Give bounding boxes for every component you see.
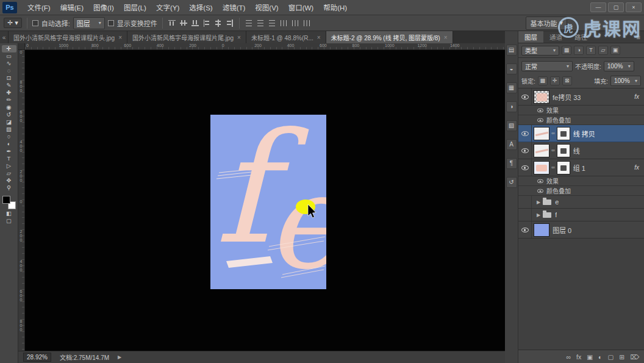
mask-link-icon[interactable]: ∞ [551,131,555,136]
document-tab-2[interactable]: 国外小清新风格字母海报课程片尾.jpg × [127,31,246,43]
blur-tool[interactable]: ○ [2,133,16,140]
tab-close-icon[interactable]: × [118,34,122,41]
history-panel-icon[interactable]: ↺ [506,177,517,188]
distribute-horizontal-centers-icon[interactable] [291,19,299,27]
color-panel-icon[interactable]: ◒ [506,63,517,74]
zoom-level-field[interactable]: 28.92% [23,353,51,362]
move-tool[interactable]: ✛ [2,45,16,52]
status-flyout-icon[interactable]: ▶ [118,354,121,360]
layer-thumbnail[interactable] [534,144,549,157]
layer-style-badge[interactable]: fx [634,93,639,100]
blend-mode-dropdown[interactable]: 正常 ▾ [521,61,573,71]
eraser-tool[interactable]: ◪ [2,118,16,126]
distribute-left-edges-icon[interactable] [279,19,288,27]
eyedropper-tool[interactable]: ✎ [2,82,16,89]
horizontal-ruler[interactable]: 0 1000 800 600 400 200 0 200 400 600 800… [25,43,505,50]
distribute-right-edges-icon[interactable] [302,19,311,27]
dodge-tool[interactable]: ◐ [2,140,16,148]
auto-select-target-dropdown[interactable]: 图层 ▾ [73,17,105,29]
lock-transparent-pixels-icon[interactable]: ▩ [538,76,548,85]
lock-position-icon[interactable]: ✛ [550,76,560,85]
workspace-switcher[interactable]: 基本功能 ▾ [526,16,567,30]
visibility-toggle[interactable] [518,221,532,238]
current-tool-preset[interactable]: ✛ ▾ [4,18,22,28]
layer-row-layer-0[interactable]: 图层 0 [518,221,644,239]
crop-tool[interactable]: ⊡ [2,74,16,82]
panel-menu-icon[interactable]: ≡ [633,31,644,43]
vertical-ruler[interactable]: 0 800 600 400 200 0 200 400 600 800 [18,50,25,351]
maximize-button[interactable]: ▢ [608,2,624,12]
healing-brush-tool[interactable]: ✚ [2,89,16,96]
new-adjustment-layer-icon[interactable]: ◐ [598,353,602,361]
menu-file[interactable]: 文件(F) [23,1,55,14]
align-horizontal-centers-icon[interactable] [214,19,223,27]
document-tab-3[interactable]: 未标题-1 @ 48.8%(R... × [246,31,326,43]
tab-close-icon[interactable]: × [317,34,321,41]
group-row-e[interactable]: ▶ e [518,196,644,209]
visibility-toggle[interactable] [518,142,532,159]
marquee-tool[interactable]: ▭ [2,52,16,60]
effect-item-row[interactable]: 颜色叠加 [518,186,644,196]
menu-select[interactable]: 选择(S) [185,1,216,14]
layer-name[interactable]: 图层 0 [553,225,571,235]
history-brush-tool[interactable]: ↺ [2,111,16,118]
align-bottom-edges-icon[interactable] [191,19,199,27]
zoom-tool[interactable]: ⚲ [2,184,16,192]
layer-style-icon[interactable]: fx [576,353,581,361]
layer-name[interactable]: fe拷贝 33 [553,92,581,102]
visibility-toggle-off[interactable] [518,196,532,208]
type-tool[interactable]: T [2,155,16,162]
visibility-toggle[interactable] [518,88,532,105]
minimize-button[interactable]: — [590,2,606,12]
layer-name[interactable]: 线 [573,146,580,156]
menu-help[interactable]: 帮助(H) [319,1,351,14]
layer-thumbnail[interactable] [534,161,549,174]
group-expand-icon[interactable]: ▶ [537,212,540,218]
layer-thumbnail[interactable] [534,127,549,140]
filter-smart-objects-icon[interactable]: ▣ [610,46,620,55]
visibility-toggle[interactable] [518,125,532,142]
histogram-panel-icon[interactable]: ▤ [506,45,517,56]
align-right-edges-icon[interactable] [226,19,234,27]
group-name[interactable]: e [555,198,559,206]
align-left-edges-icon[interactable] [202,19,211,27]
quick-mask-button[interactable]: ◧ [2,210,16,217]
brush-tool[interactable]: ✏ [2,96,16,104]
effects-header-row[interactable]: 效果 [518,176,644,186]
gradient-tool[interactable]: ▨ [2,126,16,133]
filter-type-layers-icon[interactable]: T [586,46,596,55]
add-layer-mask-icon[interactable]: ▣ [587,353,593,361]
tab-close-icon[interactable]: × [444,34,448,41]
effects-header-row[interactable]: 效果 [518,106,644,115]
show-transform-controls-checkbox[interactable] [108,20,114,26]
menu-layer[interactable]: 图层(L) [120,1,151,14]
menu-filter[interactable]: 滤镜(T) [218,1,250,14]
mask-link-icon[interactable]: ∞ [551,165,555,170]
styles-panel-icon[interactable]: ▧ [506,120,517,131]
delete-layer-icon[interactable]: ⌦ [630,353,639,361]
menu-window[interactable]: 窗口(W) [284,1,318,14]
path-selection-tool[interactable]: ▷ [2,162,16,170]
character-panel-icon[interactable]: A [506,139,517,150]
document-tab-1[interactable]: 国外小清新风格字母海报课程片头.jpg × [9,31,127,43]
fill-field[interactable]: 100% ▾ [610,76,641,86]
swatches-panel-icon[interactable]: ▦ [506,82,517,93]
pen-tool[interactable]: ✒ [2,148,16,155]
filter-type-dropdown[interactable]: 类型 ▾ [521,46,559,56]
opacity-field[interactable]: 100% ▾ [604,61,634,71]
distribute-bottom-edges-icon[interactable] [268,19,276,27]
distribute-vertical-centers-icon[interactable] [256,19,265,27]
lasso-tool[interactable]: ∿ [2,60,16,67]
layer-row-line-copy-selected[interactable]: ∞ 线 拷贝 [518,125,644,142]
align-vertical-centers-icon[interactable] [179,19,188,27]
screen-mode-button[interactable]: ▢ [2,217,16,225]
mask-link-icon[interactable]: ∞ [551,148,555,153]
align-top-edges-icon[interactable] [168,19,176,27]
filter-adjustment-layers-icon[interactable]: ◑ [574,46,584,55]
menu-image[interactable]: 图像(I) [89,1,118,14]
hand-tool[interactable]: ✥ [2,177,16,184]
layer-mask-thumbnail[interactable] [557,161,570,174]
new-group-icon[interactable]: ▢ [607,353,614,361]
visibility-toggle[interactable] [518,159,532,176]
collapse-tabs-icon[interactable]: « [0,31,9,43]
